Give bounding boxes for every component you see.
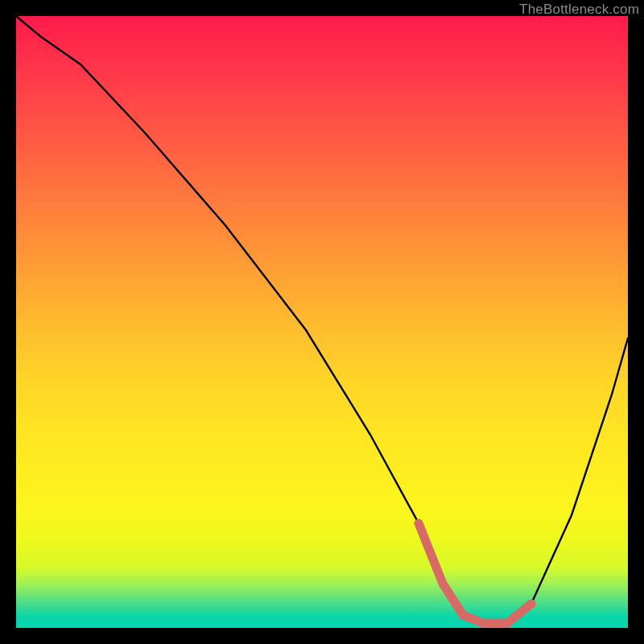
watermark-text: TheBottleneck.com: [519, 2, 639, 18]
curve-svg: [16, 16, 628, 628]
bottleneck-curve-path: [16, 16, 628, 623]
chart-container: TheBottleneck.com: [0, 0, 644, 644]
optimal-range-path: [419, 523, 531, 623]
